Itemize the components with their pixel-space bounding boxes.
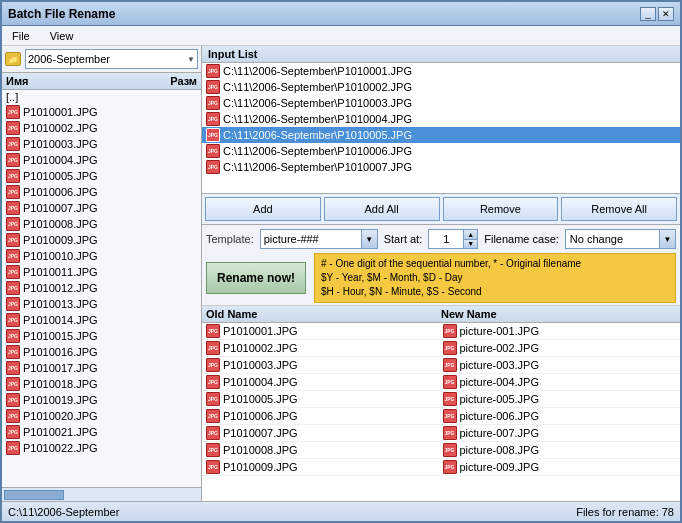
- list-item[interactable]: JPG P1010018.JPG: [2, 376, 201, 392]
- start-at-label: Start at:: [384, 233, 423, 245]
- file-name: P1010019.JPG: [23, 394, 197, 406]
- input-list-item[interactable]: JPG C:\11\2006-September\P1010003.JPG: [202, 95, 680, 111]
- horizontal-scrollbar[interactable]: [2, 487, 201, 501]
- jpg-icon: JPG: [206, 80, 220, 94]
- file-name: P1010004.JPG: [23, 154, 197, 166]
- case-label: Filename case:: [484, 233, 559, 245]
- input-list-item[interactable]: JPG C:\11\2006-September\P1010002.JPG: [202, 79, 680, 95]
- jpg-icon: JPG: [6, 425, 20, 439]
- window-title: Batch File Rename: [8, 7, 115, 21]
- jpg-icon: JPG: [206, 443, 220, 457]
- list-item[interactable]: JPG P1010011.JPG: [2, 264, 201, 280]
- status-bar: C:\11\2006-September Files for rename: 7…: [2, 501, 680, 521]
- preview-row[interactable]: JPG P1010007.JPG JPG picture-007.JPG: [202, 425, 680, 442]
- list-item[interactable]: [..]: [2, 90, 201, 104]
- preview-list[interactable]: JPG P1010001.JPG JPG picture-001.JPG JPG…: [202, 323, 680, 501]
- preview-row[interactable]: JPG P1010009.JPG JPG picture-009.JPG: [202, 459, 680, 476]
- list-item[interactable]: JPG P1010014.JPG: [2, 312, 201, 328]
- list-item[interactable]: JPG P1010004.JPG: [2, 152, 201, 168]
- list-item[interactable]: JPG P1010002.JPG: [2, 120, 201, 136]
- preview-row[interactable]: JPG P1010004.JPG JPG picture-004.JPG: [202, 374, 680, 391]
- jpg-icon: JPG: [443, 341, 457, 355]
- jpg-icon: JPG: [6, 185, 20, 199]
- preview-row[interactable]: JPG P1010008.JPG JPG picture-008.JPG: [202, 442, 680, 459]
- left-panel: 📁 2006-September ▼ Имя Разм [..] JPG P10…: [2, 46, 202, 501]
- list-item[interactable]: JPG P1010022.JPG: [2, 440, 201, 456]
- jpg-icon: JPG: [6, 265, 20, 279]
- preview-new-name: JPG picture-008.JPG: [443, 443, 677, 457]
- input-list-item[interactable]: JPG C:\11\2006-September\P1010001.JPG: [202, 63, 680, 79]
- preview-row[interactable]: JPG P1010001.JPG JPG picture-001.JPG: [202, 323, 680, 340]
- list-item[interactable]: JPG P1010010.JPG: [2, 248, 201, 264]
- minimize-button[interactable]: _: [640, 7, 656, 21]
- input-list-item[interactable]: JPG C:\11\2006-September\P1010007.JPG: [202, 159, 680, 175]
- list-item[interactable]: JPG P1010020.JPG: [2, 408, 201, 424]
- add-all-button[interactable]: Add All: [324, 197, 440, 221]
- jpg-icon: JPG: [206, 426, 220, 440]
- input-file-path: C:\11\2006-September\P1010002.JPG: [223, 81, 412, 93]
- preview-header: Old Name New Name: [202, 306, 680, 323]
- action-buttons-row: Add Add All Remove Remove All: [202, 194, 680, 225]
- list-item[interactable]: JPG P1010021.JPG: [2, 424, 201, 440]
- list-item[interactable]: JPG P1010003.JPG: [2, 136, 201, 152]
- list-item[interactable]: JPG P1010007.JPG: [2, 200, 201, 216]
- file-name: P1010005.JPG: [23, 170, 197, 182]
- case-dropdown-button[interactable]: ▼: [659, 230, 675, 248]
- jpg-icon: JPG: [6, 217, 20, 231]
- list-item[interactable]: JPG P1010001.JPG: [2, 104, 201, 120]
- input-list-item[interactable]: JPG C:\11\2006-September\P1010006.JPG: [202, 143, 680, 159]
- template-dropdown-button[interactable]: ▼: [361, 230, 377, 248]
- rename-hint-box: # - One digit of the sequential number, …: [314, 253, 676, 303]
- file-name: P1010006.JPG: [23, 186, 197, 198]
- folder-dropdown-box[interactable]: 2006-September ▼: [25, 49, 198, 69]
- input-list-item[interactable]: JPG C:\11\2006-September\P1010005.JPG: [202, 127, 680, 143]
- spin-down-button[interactable]: ▼: [463, 240, 477, 249]
- scroll-thumb[interactable]: [4, 490, 64, 500]
- jpg-icon: JPG: [6, 313, 20, 327]
- input-file-path: C:\11\2006-September\P1010006.JPG: [223, 145, 412, 157]
- input-file-path: C:\11\2006-September\P1010004.JPG: [223, 113, 412, 125]
- file-name: P1010021.JPG: [23, 426, 197, 438]
- input-file-list[interactable]: JPG C:\11\2006-September\P1010001.JPG JP…: [202, 63, 680, 193]
- preview-new-name: JPG picture-005.JPG: [443, 392, 677, 406]
- preview-row[interactable]: JPG P1010005.JPG JPG picture-005.JPG: [202, 391, 680, 408]
- list-item[interactable]: JPG P1010017.JPG: [2, 360, 201, 376]
- rename-now-button[interactable]: Rename now!: [206, 262, 306, 294]
- jpg-icon: JPG: [443, 409, 457, 423]
- list-item[interactable]: JPG P1010019.JPG: [2, 392, 201, 408]
- remove-all-button[interactable]: Remove All: [561, 197, 677, 221]
- preview-section: Old Name New Name JPG P1010001.JPG JPG p…: [202, 306, 680, 501]
- list-item[interactable]: JPG P1010016.JPG: [2, 344, 201, 360]
- jpg-icon: JPG: [6, 329, 20, 343]
- preview-row[interactable]: JPG P1010006.JPG JPG picture-006.JPG: [202, 408, 680, 425]
- preview-row[interactable]: JPG P1010003.JPG JPG picture-003.JPG: [202, 357, 680, 374]
- preview-row[interactable]: JPG P1010002.JPG JPG picture-002.JPG: [202, 340, 680, 357]
- list-item[interactable]: JPG P1010009.JPG: [2, 232, 201, 248]
- jpg-icon: JPG: [6, 409, 20, 423]
- preview-old-name: JPG P1010001.JPG: [206, 324, 440, 338]
- list-item[interactable]: JPG P1010005.JPG: [2, 168, 201, 184]
- input-list-item[interactable]: JPG C:\11\2006-September\P1010004.JPG: [202, 111, 680, 127]
- spin-up-button[interactable]: ▲: [463, 230, 477, 240]
- chevron-down-icon: ▼: [187, 55, 195, 64]
- list-item[interactable]: JPG P1010006.JPG: [2, 184, 201, 200]
- template-input[interactable]: [261, 230, 361, 248]
- list-item[interactable]: JPG P1010008.JPG: [2, 216, 201, 232]
- file-name: P1010009.JPG: [23, 234, 197, 246]
- old-name-header: Old Name: [206, 308, 441, 320]
- list-item[interactable]: JPG P1010012.JPG: [2, 280, 201, 296]
- menu-view[interactable]: View: [44, 28, 80, 44]
- list-item[interactable]: JPG P1010015.JPG: [2, 328, 201, 344]
- remove-button[interactable]: Remove: [443, 197, 559, 221]
- jpg-icon: JPG: [443, 375, 457, 389]
- list-item[interactable]: JPG P1010013.JPG: [2, 296, 201, 312]
- close-button[interactable]: ✕: [658, 7, 674, 21]
- jpg-icon: JPG: [206, 341, 220, 355]
- jpg-icon: JPG: [443, 460, 457, 474]
- menu-bar: File View: [2, 26, 680, 46]
- jpg-icon: JPG: [6, 105, 20, 119]
- add-button[interactable]: Add: [205, 197, 321, 221]
- file-list[interactable]: [..] JPG P1010001.JPG JPG P1010002.JPG J…: [2, 90, 201, 487]
- menu-file[interactable]: File: [6, 28, 36, 44]
- jpg-icon: JPG: [443, 443, 457, 457]
